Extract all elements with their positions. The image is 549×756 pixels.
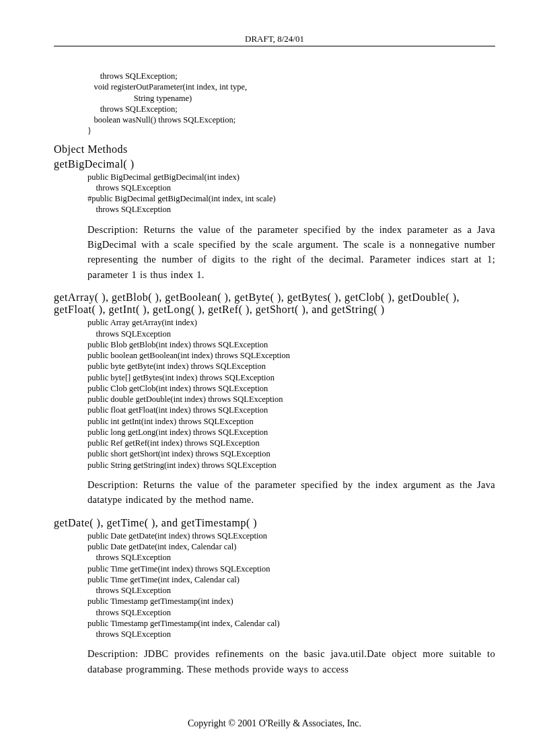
page-header: DRAFT, 8/24/01 [54,34,495,46]
method-getdate-desc: Description: JDBC provides refinements o… [87,646,495,677]
intro-code-block: throws SQLException; void registerOutPar… [87,71,495,137]
method-getbigdecimal-desc: Description: Returns the value of the pa… [87,222,495,283]
method-getdate-title: getDate( ), getTime( ), and getTimestamp… [54,517,495,529]
method-getbigdecimal-title: getBigDecimal( ) [54,158,495,170]
method-getarray-desc: Description: Returns the value of the pa… [87,477,495,508]
method-getarray-code: public Array getArray(int index) throws … [87,317,495,471]
section-object-methods: Object Methods [54,143,495,156]
method-getarray-title: getArray( ), getBlob( ), getBoolean( ), … [54,291,495,316]
method-getdate-code: public Date getDate(int index) throws SQ… [87,530,495,640]
page-footer: Copyright © 2001 O'Reilly & Associates, … [0,718,549,729]
method-getbigdecimal-code: public BigDecimal getBigDecimal(int inde… [87,172,495,215]
